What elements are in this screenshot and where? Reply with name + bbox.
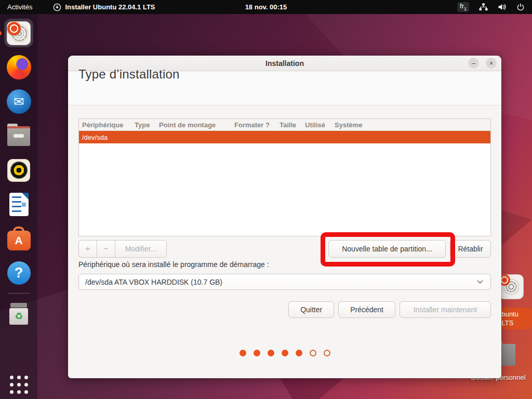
dock-item-ubuntu-software[interactable]: A <box>4 224 33 253</box>
remove-partition-button[interactable]: − <box>97 240 115 258</box>
dock-item-ubuntu-installer[interactable] <box>4 19 33 47</box>
progress-dot-1 <box>240 350 246 356</box>
libreoffice-writer-icon <box>9 193 29 216</box>
progress-dot-5 <box>296 350 302 356</box>
boot-device-value: /dev/sda ATA VBOX HARDDISK (10.7 GB) <box>85 278 222 286</box>
dock-item-libreoffice-writer[interactable] <box>4 190 33 219</box>
column-header-3[interactable]: Formater ? <box>234 121 280 129</box>
dock-item-firefox[interactable] <box>4 53 33 82</box>
progress-dot-7 <box>324 350 330 356</box>
dock-item-help[interactable]: ? <box>4 259 33 287</box>
installer-label-line2: LTS <box>502 318 514 327</box>
partition-table: PériphériqueTypePoint de montageFormater… <box>78 118 491 236</box>
help-icon: ? <box>7 261 31 285</box>
focused-app-title: Installer Ubuntu 22.04.1 LTS <box>65 3 155 11</box>
column-header-1[interactable]: Type <box>135 121 159 129</box>
column-header-0[interactable]: Périphérique <box>79 121 135 129</box>
new-partition-table-button[interactable]: Nouvelle table de partition... <box>328 240 446 258</box>
activities-button[interactable]: Activités <box>0 3 41 11</box>
focused-app-menu[interactable]: Installer Ubuntu 22.04.1 LTS <box>53 3 155 11</box>
ubuntu-installer-icon <box>7 21 31 45</box>
column-header-4[interactable]: Taille <box>280 121 305 129</box>
wizard-progress-dots <box>68 350 501 356</box>
installer-window: Installation – × Type d’installation Pér… <box>68 56 501 378</box>
speaker-icon[interactable] <box>498 3 507 11</box>
dock-item-app-grid[interactable] <box>4 370 33 399</box>
app-grid-icon <box>10 376 28 394</box>
close-button[interactable]: × <box>486 58 497 69</box>
keyboard-layout-indicator[interactable]: fr1 <box>457 2 469 12</box>
install-now-button[interactable]: Installer maintenant <box>400 301 491 318</box>
wired-network-icon[interactable] <box>479 3 488 11</box>
window-title: Installation <box>265 59 304 68</box>
dock: ✉ A ? ♻ <box>0 14 37 399</box>
progress-dot-6 <box>310 350 316 356</box>
edit-partition-button[interactable]: Modifier... <box>115 240 167 258</box>
wizard-actions: Quitter Précédent Installer maintenant <box>288 301 491 318</box>
column-header-6[interactable]: Système <box>335 121 490 129</box>
minimize-button[interactable]: – <box>468 58 479 69</box>
power-icon[interactable] <box>516 3 525 11</box>
dock-divider <box>8 293 30 294</box>
partition-table-header: PériphériqueTypePoint de montageFormater… <box>79 119 490 131</box>
desktop-icon-installer[interactable] <box>499 274 524 299</box>
column-header-2[interactable]: Point de montage <box>159 121 234 129</box>
dock-item-rhythmbox[interactable] <box>4 156 33 184</box>
add-partition-button[interactable]: + <box>78 240 97 258</box>
quit-button[interactable]: Quitter <box>288 301 334 318</box>
column-header-5[interactable]: Utilisé <box>305 121 335 129</box>
partition-toolbar-left: + − Modifier... <box>78 240 167 258</box>
dock-item-thunderbird[interactable]: ✉ <box>4 87 33 116</box>
progress-dot-3 <box>268 350 274 356</box>
chevron-down-icon <box>477 280 483 284</box>
revert-button[interactable]: Rétablir <box>450 240 491 258</box>
thunderbird-icon: ✉ <box>7 89 31 114</box>
dock-item-trash[interactable]: ♻ <box>4 299 33 328</box>
files-folder-icon <box>7 126 30 146</box>
row-device-cell: /dev/sda <box>82 134 108 141</box>
rhythmbox-icon <box>7 159 30 182</box>
download-circle-icon <box>53 3 61 11</box>
progress-dot-2 <box>254 350 260 356</box>
table-row-selected[interactable]: /dev/sda <box>79 131 490 143</box>
trash-icon: ♻ <box>8 303 30 325</box>
progress-dot-4 <box>282 350 288 356</box>
page-title: Type d’installation <box>78 67 180 82</box>
partition-toolbar-right: Nouvelle table de partition... Rétablir <box>328 240 491 258</box>
boot-device-label: Périphérique où sera installé le program… <box>78 260 269 269</box>
back-button[interactable]: Précédent <box>338 301 395 318</box>
dock-item-files[interactable] <box>4 122 33 150</box>
top-panel: Activités Installer Ubuntu 22.04.1 LTS 1… <box>0 0 532 14</box>
firefox-icon <box>7 55 31 79</box>
boot-device-select[interactable]: /dev/sda ATA VBOX HARDDISK (10.7 GB) <box>78 274 491 290</box>
ubuntu-software-icon: A <box>7 231 31 250</box>
